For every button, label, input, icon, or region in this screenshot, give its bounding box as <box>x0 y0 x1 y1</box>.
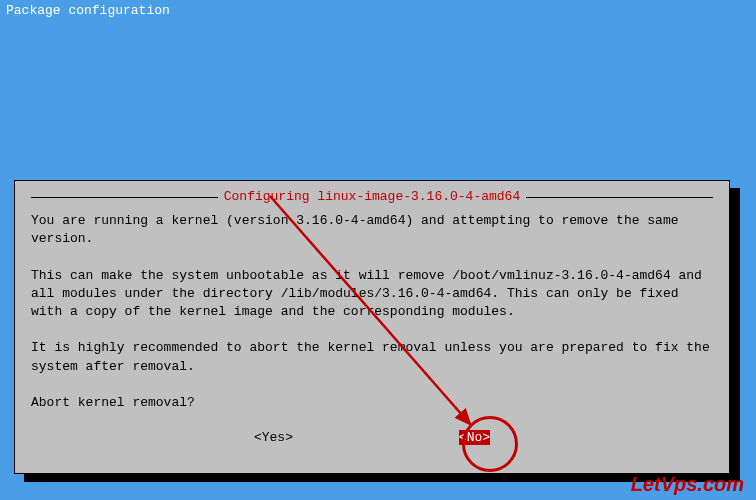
yes-button[interactable]: <Yes> <box>254 430 293 445</box>
dialog-title-wrap: Configuring linux-image-3.16.0-4-amd64 <box>31 189 713 204</box>
config-dialog: Configuring linux-image-3.16.0-4-amd64 Y… <box>14 180 730 474</box>
dialog-body-text: You are running a kernel (version 3.16.0… <box>31 212 713 412</box>
header-title: Package configuration <box>6 3 170 18</box>
header-bar: Package configuration <box>0 0 756 21</box>
no-button[interactable]: <No> <box>459 430 490 445</box>
watermark-text: LetVps.com <box>631 473 744 496</box>
dialog-title: Configuring linux-image-3.16.0-4-amd64 <box>218 189 526 204</box>
button-row: <Yes> <No> <box>31 430 713 445</box>
